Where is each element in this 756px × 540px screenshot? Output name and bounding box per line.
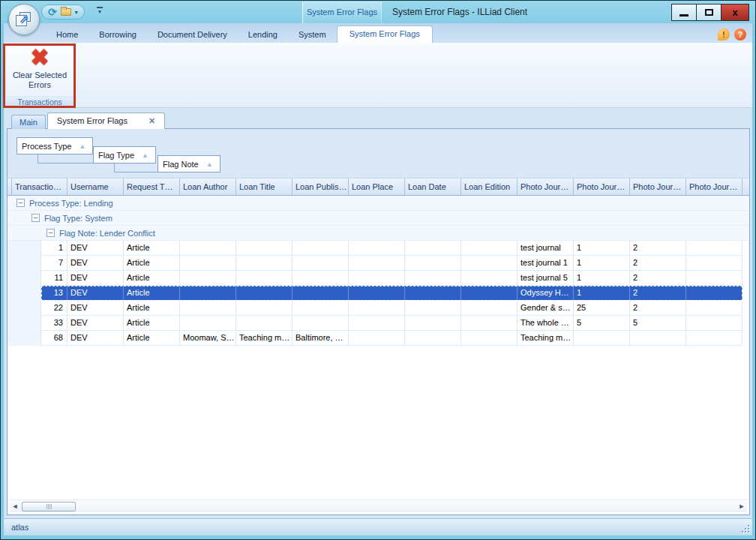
- group-box-process-type[interactable]: Process Type▲: [16, 137, 93, 154]
- tab-system-error-flags[interactable]: System Error Flags✕: [47, 112, 165, 129]
- application-menu-button[interactable]: ⇗: [8, 4, 40, 35]
- collapse-icon[interactable]: −: [32, 214, 40, 222]
- column-header-loan-author[interactable]: Loan Author: [180, 178, 236, 195]
- group-row-label: Process Type: Lending: [29, 199, 113, 208]
- clear-selected-errors-button[interactable]: Clear Selected Errors: [6, 70, 74, 90]
- cell-username: DEV: [68, 286, 124, 300]
- document-tab-bar: Main System Error Flags✕: [4, 112, 166, 129]
- cell-transaction: 1: [41, 241, 68, 255]
- table-row[interactable]: 68DEVArticleMoomaw, S…Teaching m…Baltimo…: [8, 331, 749, 346]
- table-row-selected[interactable]: 13DEVArticleOdyssey H…12: [8, 286, 749, 301]
- column-header-username[interactable]: Username: [68, 178, 124, 195]
- table-row[interactable]: 22DEVArticleGender & s…252: [8, 301, 749, 316]
- column-header-photo-journal-4[interactable]: Photo Jour…: [686, 178, 742, 195]
- cell-transaction: 68: [41, 331, 68, 345]
- tab-close-icon[interactable]: ✕: [148, 116, 155, 125]
- cell-photo-journal-2: 1: [574, 256, 630, 270]
- column-header-loan-date[interactable]: Loan Date: [405, 178, 461, 195]
- quick-access-toolbar: ⟳ ▾: [41, 4, 85, 20]
- refresh-icon[interactable]: ⟳: [48, 7, 57, 17]
- cell-loan-date: [405, 286, 461, 300]
- ribbon-tab-home[interactable]: Home: [46, 27, 88, 43]
- collapse-icon[interactable]: −: [46, 229, 55, 237]
- column-header-photo-journal-1[interactable]: Photo Jour…: [518, 178, 574, 195]
- cell-loan-edition: [461, 331, 518, 345]
- cell-request-type: Article: [124, 256, 180, 270]
- folder-dropdown-icon[interactable]: ▾: [75, 9, 78, 16]
- row-indent: [8, 331, 41, 346]
- table-row[interactable]: 11DEVArticletest journal 512: [8, 271, 749, 286]
- scroll-left-icon[interactable]: ◄: [10, 502, 20, 510]
- customize-quick-access-icon[interactable]: ▾: [97, 7, 103, 14]
- scroll-right-icon[interactable]: ►: [736, 502, 747, 510]
- collapse-icon[interactable]: −: [16, 199, 25, 207]
- column-header-request-type[interactable]: Request T…: [124, 178, 180, 195]
- cell-photo-journal-3: 2: [630, 271, 686, 285]
- column-header-loan-place[interactable]: Loan Place: [349, 178, 405, 195]
- cell-loan-date: [405, 271, 461, 285]
- tab-main[interactable]: Main: [11, 115, 46, 129]
- group-box-label: Process Type: [22, 142, 71, 151]
- status-bar: atlas: [4, 518, 752, 536]
- scrollbar-thumb[interactable]: [22, 502, 76, 512]
- cell-photo-journal-2: 1: [574, 271, 630, 285]
- cell-photo-journal-1: The whole …: [518, 316, 574, 330]
- cell-loan-author: [180, 286, 236, 300]
- group-row-flag-note[interactable]: −Flag Note: Lender Conflict: [8, 226, 749, 241]
- column-header-transaction[interactable]: Transactio…: [12, 178, 68, 195]
- ribbon-tab-borrowing[interactable]: Borrowing: [88, 27, 147, 43]
- table-row[interactable]: 33DEVArticleThe whole …55: [8, 316, 749, 331]
- contextual-tab-header: System Error Flags: [302, 2, 382, 23]
- ribbon-tab-document-delivery[interactable]: Document Delivery: [147, 27, 238, 43]
- cell-loan-title: [236, 241, 292, 255]
- about-icon[interactable]: !: [718, 28, 730, 40]
- column-header-photo-journal-3[interactable]: Photo Jour…: [630, 178, 686, 195]
- group-box-label: Flag Type: [98, 151, 134, 160]
- close-icon: x: [732, 7, 737, 18]
- cell-transaction: 11: [41, 271, 68, 285]
- folder-icon[interactable]: [61, 8, 71, 16]
- table-row[interactable]: 7DEVArticletest journal 112: [8, 256, 749, 271]
- group-by-bar: Process Type▲ Flag Type▲ Flag Note▲: [8, 129, 749, 178]
- cell-username: DEV: [68, 241, 124, 255]
- group-row-flag-type[interactable]: −Flag Type: System: [8, 211, 749, 226]
- cell-photo-journal-1: Odyssey H…: [518, 286, 574, 300]
- help-icon[interactable]: ?: [734, 28, 746, 40]
- horizontal-scrollbar[interactable]: ◄ ►: [10, 500, 747, 512]
- ribbon-tab-strip: Home Borrowing Document Delivery Lending…: [4, 23, 752, 43]
- cell-transaction: 7: [41, 256, 68, 270]
- column-header-loan-title[interactable]: Loan Title: [236, 178, 292, 195]
- cell-loan-title: [236, 316, 292, 330]
- column-header-loan-edition[interactable]: Loan Edition: [461, 178, 518, 195]
- ribbon-tab-lending[interactable]: Lending: [238, 27, 288, 43]
- cell-photo-journal-4: [686, 316, 742, 330]
- cell-loan-author: [180, 241, 236, 255]
- cell-loan-date: [405, 331, 461, 345]
- resize-grip[interactable]: [741, 524, 750, 533]
- cell-request-type: Article: [124, 301, 180, 315]
- group-row-process-type[interactable]: −Process Type: Lending: [8, 196, 749, 211]
- table-row[interactable]: 1DEVArticletest journal12: [8, 241, 749, 256]
- cell-photo-journal-4: [686, 271, 742, 285]
- cell-loan-author: [180, 316, 236, 330]
- cell-photo-journal-4: [686, 301, 742, 315]
- ribbon-tab-system-error-flags[interactable]: System Error Flags: [337, 26, 433, 43]
- sort-asc-icon: ▲: [206, 160, 213, 168]
- cell-loan-publisher: [292, 271, 349, 285]
- close-button[interactable]: x: [721, 4, 749, 21]
- cell-loan-edition: [461, 241, 518, 255]
- ribbon-tab-system[interactable]: System: [288, 27, 337, 43]
- cell-loan-edition: [461, 271, 518, 285]
- maximize-button[interactable]: [696, 4, 722, 21]
- column-header-photo-journal-2[interactable]: Photo Jour…: [574, 178, 630, 195]
- cell-loan-edition: [461, 316, 518, 330]
- minimize-button[interactable]: [671, 4, 697, 21]
- cell-transaction: 22: [41, 301, 68, 315]
- cell-photo-journal-2: 1: [574, 286, 630, 300]
- cell-request-type: Article: [124, 316, 180, 330]
- column-header-loan-publisher[interactable]: Loan Publis…: [292, 178, 349, 195]
- cell-loan-publisher: [292, 301, 349, 315]
- group-box-flag-note[interactable]: Flag Note▲: [158, 155, 220, 172]
- cell-loan-place: [349, 271, 405, 285]
- group-box-flag-type[interactable]: Flag Type▲: [93, 146, 156, 164]
